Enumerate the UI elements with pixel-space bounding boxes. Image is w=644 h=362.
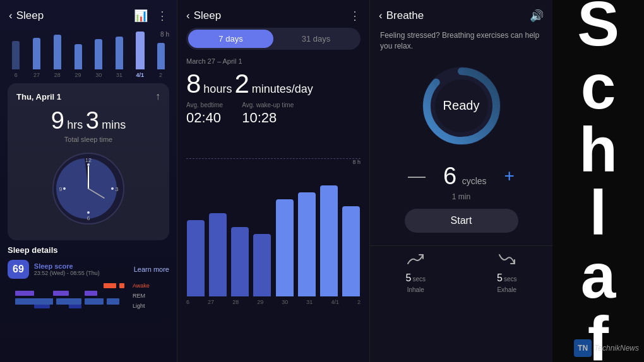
panel3-back-button[interactable]: ‹ Breathe [379,9,424,22]
panel2-bar [209,213,227,296]
panel2-wakeup-value: 10:28 [242,110,294,126]
sleep-panel-left: ‹ Sleep 📊 ⋮ 8 h 627282930314/12 Thu, Apr… [0,0,177,362]
panel2-bar-col [275,132,294,296]
panel3-minus-button[interactable]: — [403,167,431,185]
panel3-inhale-unit: secs [412,276,426,283]
panel1-hrs-num: 9 [51,107,64,134]
panel3-header: ‹ Breathe 🔊 [370,0,552,28]
panel1-date-row: Thu, April 1 ↑ [16,91,160,102]
panel2-bar-col [186,132,205,296]
svg-text:6: 6 [86,215,90,221]
panel2-bedtime-value: 02:40 [186,110,223,126]
panel2-tab-31days[interactable]: 31 days [273,30,359,48]
panel3-exhale-secs: 5 [497,272,503,284]
panel2-bar-col [320,132,338,296]
panel3-plus-button[interactable]: + [499,167,520,185]
panel1-bar-label: 6 [15,72,18,78]
panel1-bar [75,44,82,69]
panel1-bar [33,38,40,69]
panel2-label-6: 6 [186,299,189,305]
svg-rect-20 [34,305,50,308]
panel1-date-card: Thu, April 1 ↑ 9 hrs 3 mins Total sleep … [8,83,169,240]
overlay-c: c [581,51,616,122]
svg-text:9: 9 [59,186,62,192]
panel1-bar-label: 28 [54,72,61,78]
panel3-cycles-label: cycles [462,176,487,186]
panel2-title: Sleep [194,9,221,22]
panel1-bar-label: 27 [33,72,40,78]
panel1-score-badge: 69 [8,260,29,279]
panel1-hrs-label: hrs [67,119,83,131]
panel2-sub-stats: Avg. bedtime 02:40 Avg. wake-up time 10:… [186,102,361,126]
svg-rect-17 [56,298,81,305]
panel1-bar-col: 6 [6,41,26,78]
panel1-clock-svg: 12 3 6 9 [51,151,126,226]
panel3-cycles: 6 cycles [443,163,487,190]
panel2-hours-label: hours [203,83,232,96]
svg-point-5 [87,163,90,166]
panel1-mini-chart: 8 h 627282930314/12 [0,28,177,78]
panel2-label-27: 27 [208,299,214,305]
panel3-exhale-unit: secs [504,276,517,283]
panel1-sleep-details-title: Sleep details [8,245,169,255]
panel1-bar [12,41,20,69]
right-overlay: S c h l a f TN TechnikNews [552,0,644,362]
panel1-bar-label: 30 [95,72,102,78]
panel2-8h-label: 8 h [352,159,361,165]
breathe-panel: ‹ Breathe 🔊 Feeling stressed? Breathing … [369,0,552,362]
svg-rect-16 [15,298,53,305]
panel3-inhale-secs: 5 [406,272,412,284]
panel1-header-icons: 📊 ⋮ [134,9,168,23]
panel1-back-icon: ‹ [9,9,13,22]
panel1-share-icon[interactable]: ↑ [155,91,160,102]
panel1-score-left: 69 Sleep score 23:52 (Wed) - 08:55 (Thu) [8,260,100,279]
panel3-ready-text: Ready [443,98,480,113]
panel3-start-button[interactable]: Start [405,209,518,233]
panel2-label-31: 31 [306,299,313,305]
panel2-more-icon[interactable]: ⋮ [349,9,361,23]
panel1-sleep-stage-graph: Awake REM Light [8,283,169,324]
panel3-inhale-icon [407,252,424,270]
panel1-bar-col: 28 [48,35,68,78]
panel3-inhale-label: Inhale [407,286,424,293]
panel2-bar [187,220,205,296]
panel1-bar-col: 31 [110,37,129,78]
panel1-bar [157,43,165,69]
panel1-chart-icon[interactable]: 📊 [134,9,148,23]
panel2-back-button[interactable]: ‹ Sleep [186,9,221,22]
panel3-title: Breathe [386,9,424,22]
panel1-sleep-time: 9 hrs 3 mins [16,107,160,134]
panel2-hours-num: 8 [186,69,201,99]
panel1-score-time: 23:52 (Wed) - 08:55 (Thu) [34,270,100,276]
panel1-bar-label: 2 [159,72,162,78]
panel2-bar-col [253,132,271,296]
panel2-tab-7days[interactable]: 7 days [188,30,273,48]
panel1-bar-col: 29 [68,44,88,78]
panel1-chart-8h-label: 8 h [160,31,169,38]
panel1-score-info: Sleep score 23:52 (Wed) - 08:55 (Thu) [34,262,100,276]
panel3-sound-icon[interactable]: 🔊 [530,9,544,23]
panel2-8h-line: 8 h [186,158,361,165]
panel2-label-28: 28 [232,299,239,305]
light-label: Light [133,303,150,309]
svg-point-8 [63,187,66,190]
panel2-bar-chart-area: 8 h [177,132,369,296]
panel1-more-icon[interactable]: ⋮ [157,9,168,23]
panel1-back-button[interactable]: ‹ Sleep [9,9,44,22]
panel2-label-4-1: 4/1 [331,299,339,305]
panel3-exhale-icon [498,252,516,270]
panel2-mins-label: minutes/day [252,83,313,96]
panel2-bar [320,185,338,296]
technews-text: TechnikNews [594,344,639,353]
panel3-circle-area: Ready [370,62,552,150]
panel3-ring[interactable]: Ready [417,62,506,150]
svg-rect-19 [107,298,119,305]
svg-rect-14 [53,291,69,296]
panel1-bar [54,35,61,69]
panel1-score-label: Sleep score [34,262,100,270]
panel1-total-label: Total sleep time [16,136,160,143]
panel1-learn-more-link[interactable]: Learn more [134,266,169,273]
panel1-bar-label: 31 [116,72,122,78]
panel2-mins-num: 2 [234,69,249,99]
svg-rect-13 [15,291,34,296]
